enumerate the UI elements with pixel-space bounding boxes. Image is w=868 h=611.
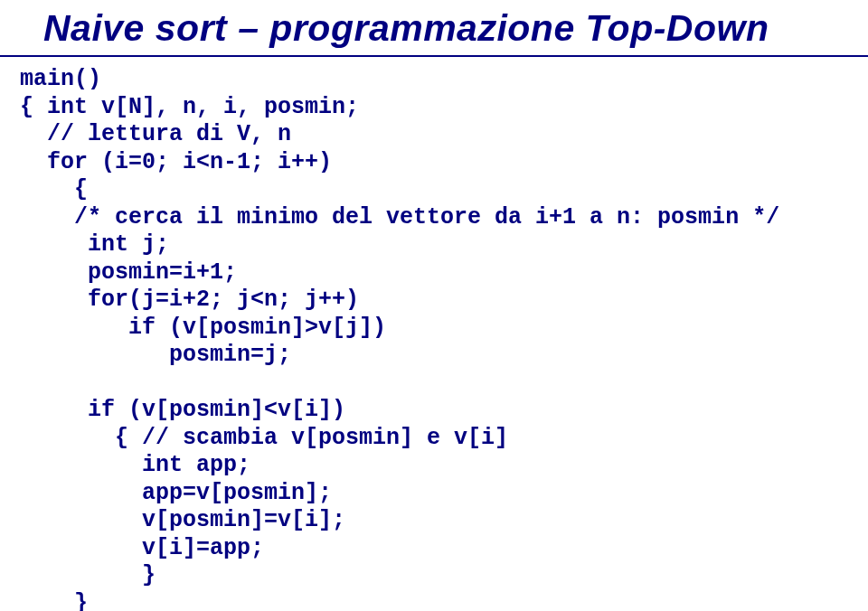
code-block: main() { int v[N], n, i, posmin; // lett… (0, 57, 868, 611)
slide-title: Naive sort – programmazione Top-Down (43, 7, 868, 50)
title-container: Naive sort – programmazione Top-Down (0, 0, 868, 50)
